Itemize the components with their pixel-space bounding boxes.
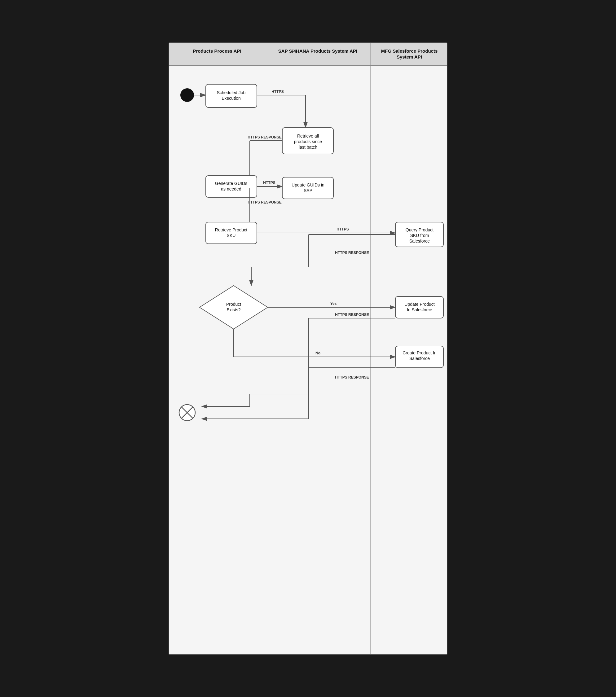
header-col3: MFG Salesforce Products System API xyxy=(371,43,448,65)
lane-1 xyxy=(169,66,265,654)
header-col1: Products Process API xyxy=(169,43,265,65)
header-col2: SAP S/4HANA Products System API xyxy=(265,43,371,65)
lane-2 xyxy=(265,66,371,654)
diagram-container: Products Process API SAP S/4HANA Product… xyxy=(168,42,448,655)
header-row: Products Process API SAP S/4HANA Product… xyxy=(169,43,447,66)
lane-3 xyxy=(371,66,448,654)
swim-lanes: Scheduled Job Execution HTTPS Retrieve a… xyxy=(169,66,447,654)
